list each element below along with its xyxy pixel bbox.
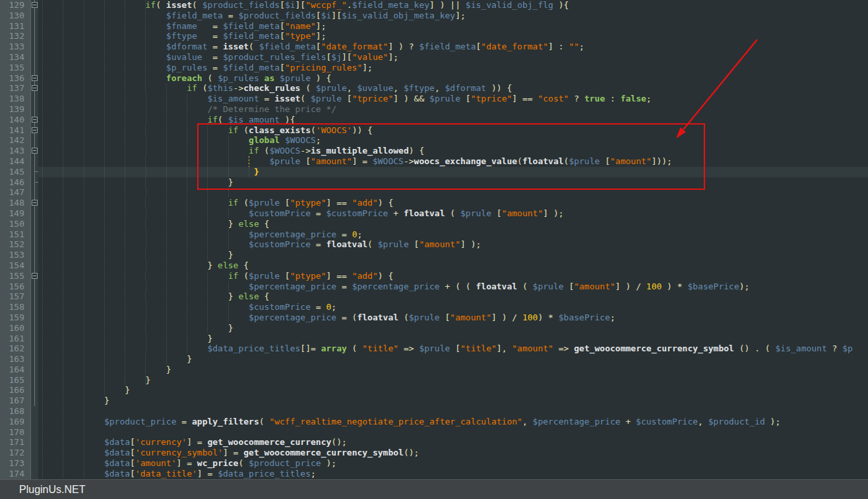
- fold-margin[interactable]: [30, 229, 38, 240]
- line-number[interactable]: 155: [0, 271, 30, 281]
- line-number[interactable]: 135: [0, 63, 30, 73]
- code-line[interactable]: 144 $prule ["amount"] = $WOOCS->woocs_ex…: [0, 156, 868, 167]
- code-text[interactable]: $data_price_titles[]= array ( "title" =>…: [38, 343, 868, 354]
- fold-collapse-icon[interactable]: [32, 85, 38, 91]
- line-number[interactable]: 148: [0, 198, 30, 208]
- fold-collapse-icon[interactable]: [32, 117, 38, 123]
- code-line[interactable]: 143 if ($WOOCS->is_multiple_allowed) {: [0, 146, 868, 156]
- line-number[interactable]: 133: [0, 42, 30, 52]
- code-line[interactable]: 150 } else {: [0, 219, 868, 229]
- fold-margin[interactable]: [30, 73, 38, 84]
- line-number[interactable]: 161: [0, 334, 30, 344]
- code-text[interactable]: $field_meta = $product_fields[$i][$is_va…: [38, 11, 868, 21]
- code-line[interactable]: 164 }: [0, 365, 868, 375]
- fold-margin[interactable]: [30, 260, 38, 271]
- code-text[interactable]: }: [38, 334, 868, 344]
- code-text[interactable]: $percentage_price = 0;: [38, 229, 868, 240]
- line-number[interactable]: 153: [0, 250, 30, 260]
- code-line[interactable]: 153 }: [0, 250, 868, 260]
- fold-margin[interactable]: [30, 354, 38, 365]
- line-number[interactable]: 145: [0, 167, 30, 177]
- code-line[interactable]: 154 } else {: [0, 260, 868, 271]
- code-text[interactable]: } else {: [38, 291, 868, 302]
- code-text[interactable]: }: [38, 354, 868, 365]
- code-line[interactable]: 152 $customPrice = floatval( $prule ["am…: [0, 239, 868, 250]
- line-number[interactable]: 156: [0, 281, 30, 292]
- code-text[interactable]: $product_price = apply_filters( "wcff_re…: [38, 417, 868, 427]
- code-line[interactable]: 134 $uvalue = $product_rules_fiels[$j]["…: [0, 52, 868, 63]
- code-text[interactable]: $uvalue = $product_rules_fiels[$j]["valu…: [38, 52, 868, 63]
- code-line[interactable]: 169 $product_price = apply_filters( "wcf…: [0, 417, 868, 427]
- line-number[interactable]: 137: [0, 83, 30, 94]
- line-number[interactable]: 134: [0, 52, 30, 63]
- line-number[interactable]: 170: [0, 427, 30, 438]
- code-line[interactable]: 135 $p_rules = $field_meta["pricing_rule…: [0, 63, 868, 73]
- code-line[interactable]: 141 if (class_exists('WOOCS')) {: [0, 125, 868, 136]
- code-line[interactable]: 146 }: [0, 177, 868, 188]
- code-text[interactable]: } else {: [38, 260, 868, 271]
- code-text[interactable]: }: [38, 396, 868, 406]
- code-text[interactable]: if ($prule ["ptype"] == "add") {: [38, 198, 868, 208]
- code-text[interactable]: $percentage_price = (floatval ($prule ["…: [38, 312, 868, 323]
- fold-margin[interactable]: [30, 156, 38, 167]
- code-text[interactable]: $customPrice = floatval( $prule ["amount…: [38, 239, 868, 250]
- fold-margin[interactable]: [30, 250, 38, 260]
- fold-margin[interactable]: [30, 63, 38, 73]
- code-text[interactable]: }: [38, 375, 868, 386]
- fold-margin[interactable]: [30, 167, 38, 177]
- fold-margin[interactable]: [30, 219, 38, 229]
- code-text[interactable]: if ($WOOCS->is_multiple_allowed) {: [38, 146, 868, 156]
- line-number[interactable]: 162: [0, 343, 30, 354]
- line-number[interactable]: 149: [0, 208, 30, 219]
- fold-collapse-icon[interactable]: [32, 75, 38, 81]
- fold-collapse-icon[interactable]: [32, 2, 38, 8]
- code-text[interactable]: $ftype = $field_meta["type"];: [38, 31, 868, 42]
- line-number[interactable]: 139: [0, 104, 30, 115]
- fold-margin[interactable]: [30, 125, 38, 136]
- code-text[interactable]: $data['amount'] = wc_price( $product_pri…: [38, 458, 868, 469]
- fold-margin[interactable]: [30, 334, 38, 344]
- code-text[interactable]: [38, 406, 868, 417]
- code-text[interactable]: $customPrice = 0;: [38, 302, 868, 312]
- code-text[interactable]: [38, 187, 868, 198]
- fold-margin[interactable]: [30, 375, 38, 386]
- code-text[interactable]: if( isset( $product_fields[$i]["wccpf_".…: [38, 0, 868, 11]
- fold-margin[interactable]: [30, 271, 38, 281]
- fold-margin[interactable]: [30, 427, 38, 438]
- code-line[interactable]: 147: [0, 187, 868, 198]
- code-text[interactable]: }: [38, 385, 868, 396]
- code-line[interactable]: 140 if( $is_amount ){: [0, 115, 868, 125]
- code-text[interactable]: }: [38, 365, 868, 375]
- line-number[interactable]: 142: [0, 135, 30, 146]
- fold-collapse-icon[interactable]: [32, 148, 38, 154]
- fold-margin[interactable]: [30, 458, 38, 469]
- code-line[interactable]: 158 $customPrice = 0;: [0, 302, 868, 312]
- fold-margin[interactable]: [30, 239, 38, 250]
- line-number[interactable]: 160: [0, 323, 30, 334]
- code-line[interactable]: 170: [0, 427, 868, 438]
- line-number[interactable]: 132: [0, 31, 30, 42]
- code-line[interactable]: 159 $percentage_price = (floatval ($prul…: [0, 312, 868, 323]
- code-text[interactable]: }: [38, 177, 868, 188]
- fold-margin[interactable]: [30, 0, 38, 11]
- code-editor-pane[interactable]: 129 if( isset( $product_fields[$i]["wccp…: [0, 0, 868, 499]
- fold-margin[interactable]: [30, 11, 38, 21]
- code-text[interactable]: /* Determine the price */: [38, 104, 868, 115]
- fold-margin[interactable]: [30, 385, 38, 396]
- code-text[interactable]: if (class_exists('WOOCS')) {: [38, 125, 868, 136]
- fold-margin[interactable]: [30, 135, 38, 146]
- fold-margin[interactable]: [30, 302, 38, 312]
- line-number[interactable]: 141: [0, 125, 30, 136]
- code-text[interactable]: if ($this->check_rules ( $prule, $uvalue…: [38, 83, 868, 94]
- code-line[interactable]: 137 if ($this->check_rules ( $prule, $uv…: [0, 83, 868, 94]
- line-number[interactable]: 150: [0, 219, 30, 229]
- code-text[interactable]: $p_rules = $field_meta["pricing_rules"];: [38, 63, 868, 73]
- code-line[interactable]: 157 } else {: [0, 291, 868, 302]
- code-line[interactable]: 132 $ftype = $field_meta["type"];: [0, 31, 868, 42]
- fold-margin[interactable]: [30, 281, 38, 292]
- code-text[interactable]: } else {: [38, 219, 868, 229]
- code-line[interactable]: 168: [0, 406, 868, 417]
- code-text[interactable]: foreach ( $p_rules as $prule ) {: [38, 73, 868, 84]
- fold-margin[interactable]: [30, 42, 38, 52]
- code-line[interactable]: 149 $customPrice = $customPrice + floatv…: [0, 208, 868, 219]
